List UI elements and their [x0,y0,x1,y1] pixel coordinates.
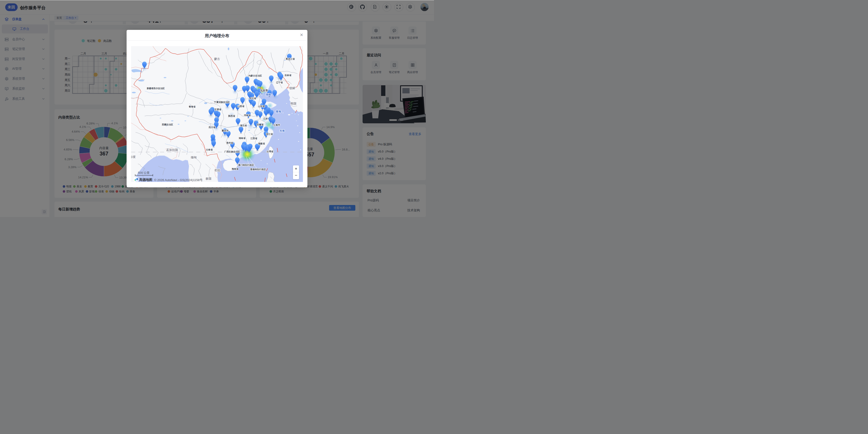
svg-text:渤海: 渤海 [266,93,271,96]
svg-text:© 2026 AutoNavi - GS(2024)1158: © 2026 AutoNavi - GS(2024)1158号 [154,178,203,182]
svg-text:蒙古: 蒙古 [214,57,220,61]
svg-text:缅甸: 缅甸 [191,156,197,159]
svg-text:陕西省: 陕西省 [228,115,235,117]
svg-text:浙江省: 浙江省 [266,133,273,135]
svg-text:湖南省: 湖南省 [239,137,246,139]
svg-text:福建省: 福建省 [258,142,265,145]
svg-text:黑龙江省: 黑龙江省 [285,57,295,60]
svg-text:内蒙古自治区: 内蒙古自治区 [248,74,262,77]
svg-text:甘肃省: 甘肃省 [214,108,221,110]
svg-text:广西壮族自治区: 广西壮族自治区 [224,150,240,153]
svg-text:宁夏回族自治区: 宁夏回族自治区 [214,101,230,103]
svg-text:新疆维吾尔自治区: 新疆维吾尔自治区 [147,87,165,89]
svg-text:安徽省: 安徽省 [257,123,264,125]
svg-text:澳门特别行政区: 澳门特别行政区 [238,164,254,166]
svg-text:西藏自治区: 西藏自治区 [162,123,173,125]
svg-text:重庆市: 重庆市 [221,129,229,132]
svg-text:韩国: 韩国 [290,102,296,105]
svg-text:香港特别行政区: 香港特别行政区 [250,168,266,170]
svg-text:台湾省: 台湾省 [267,150,274,152]
svg-text:贵州省: 贵州省 [226,141,233,144]
svg-text:吉林省: 吉林省 [284,74,291,76]
svg-text:湖北省: 湖北省 [240,124,247,126]
svg-text:孟加拉国: 孟加拉国 [166,148,178,152]
svg-text:黄海: 黄海 [276,110,281,113]
svg-text:泰国: 泰国 [205,177,211,180]
svg-text:海南省: 海南省 [231,168,239,170]
svg-text:东海: 东海 [279,129,285,132]
svg-text:朝鲜: 朝鲜 [289,86,295,90]
svg-text:四川省: 四川省 [209,126,216,128]
svg-text:云南省: 云南省 [206,148,213,151]
svg-text:辽宁省: 辽宁省 [276,81,283,84]
svg-text:上海市: 上海市 [273,123,280,126]
svg-text:500 公里: 500 公里 [138,171,149,174]
svg-text:河南省: 河南省 [244,114,251,116]
svg-text:老挝: 老挝 [214,169,220,172]
svg-text:北京市: 北京市 [260,89,268,92]
svg-text:山西省: 山西省 [238,105,245,107]
svg-text:高德地图: 高德地图 [139,178,152,181]
svg-text:江西省: 江西省 [250,137,257,139]
svg-text:青海省: 青海省 [188,105,196,108]
svg-text:印度: 印度 [131,155,136,158]
